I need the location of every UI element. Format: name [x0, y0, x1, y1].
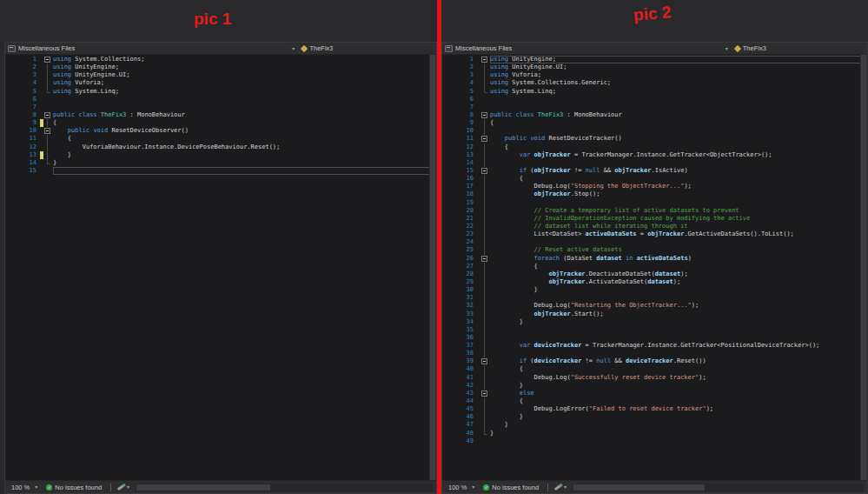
code-line: 1using System.Collections;: [5, 56, 436, 63]
type-dropdown[interactable]: TheFix3: [301, 44, 333, 52]
outlining-margin: [480, 263, 490, 270]
chevron-down-icon[interactable]: ▾: [726, 46, 728, 51]
line-number: 32: [442, 302, 477, 310]
code-text: Debug.Log("Stopping the ObjectTracker...…: [490, 183, 867, 190]
fold-toggle-icon[interactable]: [44, 128, 50, 134]
line-number: 5: [442, 88, 477, 96]
outlining-margin: [480, 413, 490, 421]
zoom-control[interactable]: 100 % ▾: [9, 484, 40, 491]
outlining-margin: [43, 71, 53, 79]
line-number: 30: [442, 286, 477, 294]
class-icon: [301, 44, 308, 51]
scrollbar-thumb[interactable]: [136, 484, 270, 491]
code-line: 8public class TheFix3 : MonoBehaviour: [442, 111, 867, 119]
code-line: 32 Debug.Log("Restarting the ObjectTrack…: [442, 302, 867, 310]
line-number: 31: [442, 294, 477, 302]
line-number: 16: [442, 175, 477, 183]
code-text: {: [490, 397, 867, 405]
scrollbar-thumb[interactable]: [430, 55, 435, 480]
outlining-margin: [480, 430, 490, 437]
code-line: 31: [442, 294, 867, 302]
code-text: // dataset list while iterating through …: [490, 223, 867, 230]
broom-icon: [117, 484, 124, 490]
outlining-margin: [480, 88, 490, 96]
fold-toggle-icon[interactable]: [481, 358, 487, 364]
code-text: {: [490, 175, 867, 183]
outlining-margin: [480, 310, 490, 318]
document-health-indicator[interactable]: ✓ No issues found: [43, 484, 104, 491]
code-cleanup-button[interactable]: ▾: [117, 484, 129, 490]
line-number: 6: [5, 96, 40, 103]
line-number: 8: [442, 111, 477, 119]
code-line: 3using UnityEngine.UI;: [5, 71, 436, 79]
code-editor-right[interactable]: 1using UnityEngine;2using UnityEngine.UI…: [442, 55, 867, 480]
vertical-scrollbar[interactable]: [429, 55, 436, 480]
code-line: 14}: [5, 159, 436, 167]
outlining-margin: [480, 96, 490, 103]
project-dropdown[interactable]: Miscellaneous Files: [442, 44, 726, 52]
code-text: // Create a temporary list of active dat…: [490, 207, 867, 215]
outlining-margin: [43, 127, 53, 135]
line-number: 15: [5, 167, 40, 175]
code-text: var objTracker = TrackerManager.Instance…: [490, 151, 867, 159]
horizontal-scrollbar[interactable]: [136, 484, 433, 491]
outlining-margin: [480, 111, 490, 119]
outlining-margin: [480, 302, 490, 310]
line-number: 13: [5, 151, 40, 159]
navigation-bar-left: Miscellaneous Files ▾ TheFix3: [5, 43, 436, 55]
code-text: List<DataSet> activeDataSets = objTracke…: [490, 230, 867, 238]
code-line: 36: [442, 334, 867, 342]
scrollbar-thumb[interactable]: [861, 55, 866, 480]
outlining-margin: [43, 151, 53, 159]
project-dropdown[interactable]: Miscellaneous Files: [5, 44, 292, 52]
line-number: 14: [442, 159, 477, 167]
code-editor-left[interactable]: 1using System.Collections;2using UnityEn…: [5, 55, 436, 480]
navigation-bar-right: Miscellaneous Files ▾ TheFix3: [442, 43, 867, 55]
code-text: [490, 96, 867, 103]
code-text: {: [490, 263, 867, 270]
code-text: {: [53, 119, 436, 127]
code-text: objTracker.DeactivateDataSet(dataset);: [490, 270, 867, 278]
code-text: else: [490, 390, 867, 397]
horizontal-scrollbar[interactable]: [573, 484, 864, 491]
code-line: 10 public void ResetDeviceObserver(): [5, 127, 436, 135]
code-line: 7: [5, 103, 436, 111]
outlining-margin: [43, 167, 53, 175]
code-text: using UnityEngine.UI;: [490, 63, 867, 71]
class-icon: [734, 44, 741, 51]
outlining-margin: [43, 159, 53, 167]
fold-toggle-icon[interactable]: [44, 57, 50, 63]
outlining-margin: [43, 96, 53, 103]
code-text: using UnityEngine;: [490, 56, 867, 63]
document-health-indicator[interactable]: ✓ No issues found: [480, 484, 541, 491]
code-line: 4using System.Collections.Generic;: [442, 79, 867, 87]
code-text: [490, 199, 867, 207]
fold-toggle-icon[interactable]: [481, 391, 487, 397]
outlining-margin: [480, 421, 490, 429]
fold-toggle-icon[interactable]: [481, 136, 487, 142]
fold-toggle-icon[interactable]: [44, 112, 50, 118]
zoom-control[interactable]: 100 % ▾: [446, 484, 477, 491]
outlining-margin: [43, 111, 53, 119]
scrollbar-thumb[interactable]: [573, 484, 705, 491]
fold-toggle-icon[interactable]: [481, 112, 487, 118]
outlining-margin: [480, 199, 490, 207]
line-number: 10: [442, 127, 477, 135]
fold-toggle-icon[interactable]: [481, 57, 487, 63]
code-line: 35: [442, 326, 867, 334]
project-dropdown-label: Miscellaneous Files: [18, 44, 75, 52]
code-text: using System.Collections;: [53, 56, 436, 63]
fold-toggle-icon[interactable]: [481, 168, 487, 174]
chevron-down-icon[interactable]: ▾: [292, 46, 295, 51]
code-text: using System.Linq;: [490, 88, 867, 96]
outlining-margin: [480, 79, 490, 87]
outlining-margin: [480, 190, 490, 198]
vertical-scrollbar[interactable]: [860, 55, 867, 480]
code-cleanup-button[interactable]: ▾: [554, 484, 567, 490]
type-dropdown[interactable]: TheFix3: [735, 44, 766, 52]
code-text: if (deviceTracker != null && deviceTrack…: [490, 357, 867, 365]
code-text: foreach (DataSet dataset in activeDataSe…: [490, 255, 867, 263]
comparison-banner: pic 1 pic 2: [0, 0, 868, 42]
code-line: 5using System.Linq;: [5, 88, 436, 96]
fold-toggle-icon[interactable]: [481, 256, 487, 262]
